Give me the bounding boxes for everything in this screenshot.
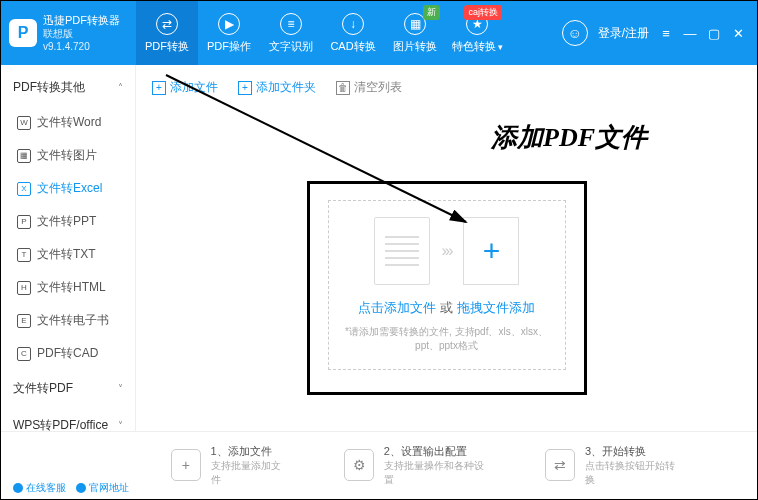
dropzone-highlight: ››› + 点击添加文件 或 拖拽文件添加 *请添加需要转换的文件, 支持pdf… bbox=[307, 181, 587, 395]
nav-ocr[interactable]: ≡ 文字识别 bbox=[260, 1, 322, 65]
support-icon bbox=[13, 483, 23, 493]
ppt-icon: P bbox=[17, 215, 31, 229]
main-panel: +添加文件 +添加文件夹 🗑清空列表 添加PDF文件 ››› + 点击添加文件 … bbox=[136, 65, 757, 431]
sidebar-group-wps[interactable]: WPS转PDF/office ˅ bbox=[1, 407, 135, 431]
nav-pdf-operate[interactable]: ▶ PDF操作 bbox=[198, 1, 260, 65]
support-link[interactable]: 在线客服 bbox=[13, 481, 66, 495]
logo-area: P 迅捷PDF转换器 联想版 v9.1.4.720 bbox=[1, 13, 136, 53]
user-icon: ☺ bbox=[562, 20, 588, 46]
excel-icon: X bbox=[17, 182, 31, 196]
nav-special[interactable]: ★ 特色转换▾ caj转换 bbox=[446, 1, 508, 65]
step-title: 2、设置输出配置 bbox=[384, 444, 485, 459]
sidebar-item-label: PDF转CAD bbox=[37, 345, 98, 362]
chevron-down-icon: ˅ bbox=[118, 420, 123, 431]
nav-label: PDF转换 bbox=[145, 39, 189, 54]
toolbar: +添加文件 +添加文件夹 🗑清空列表 bbox=[152, 75, 741, 106]
add-button[interactable]: + bbox=[463, 217, 519, 285]
step-config-icon: ⚙ bbox=[344, 449, 374, 481]
menu-button[interactable]: ≡ bbox=[659, 26, 673, 41]
dropzone[interactable]: ››› + 点击添加文件 或 拖拽文件添加 *请添加需要转换的文件, 支持pdf… bbox=[328, 200, 566, 370]
nav-label: CAD转换 bbox=[330, 39, 375, 54]
sidebar-item-label: 文件转PPT bbox=[37, 213, 96, 230]
website-link[interactable]: 官网地址 bbox=[76, 481, 129, 495]
maximize-button[interactable]: ▢ bbox=[707, 26, 721, 41]
html-icon: H bbox=[17, 281, 31, 295]
sidebar-item-html[interactable]: H文件转HTML bbox=[1, 271, 135, 304]
sidebar-item-label: 文件转Excel bbox=[37, 180, 102, 197]
trash-icon: 🗑 bbox=[336, 81, 350, 95]
footer: + 1、添加文件支持批量添加文件 ⚙ 2、设置输出配置支持批量操作和各种设置 ⇄… bbox=[1, 431, 757, 499]
step-3: ⇄ 3、开始转换点击转换按钮开始转换 bbox=[545, 444, 677, 487]
nav-label: 特色转换▾ bbox=[452, 39, 503, 54]
app-version: v9.1.4.720 bbox=[43, 40, 120, 53]
sidebar-item-excel[interactable]: X文件转Excel bbox=[1, 172, 135, 205]
sidebar-item-label: 文件转电子书 bbox=[37, 312, 109, 329]
app-title: 迅捷PDF转换器 联想版 v9.1.4.720 bbox=[43, 13, 120, 53]
word-icon: W bbox=[17, 116, 31, 130]
footer-links: 在线客服 官网地址 bbox=[13, 481, 129, 495]
nav-label: 图片转换 bbox=[393, 39, 437, 54]
sidebar-item-label: 文件转Word bbox=[37, 114, 101, 131]
sidebar-item-txt[interactable]: T文件转TXT bbox=[1, 238, 135, 271]
ebook-icon: E bbox=[17, 314, 31, 328]
chevron-up-icon: ˄ bbox=[118, 82, 123, 93]
nav-pdf-convert[interactable]: ⇄ PDF转换 bbox=[136, 1, 198, 65]
convert-icon: ⇄ bbox=[156, 13, 178, 35]
add-folder-icon: + bbox=[238, 81, 252, 95]
sidebar-group-label: WPS转PDF/office bbox=[13, 417, 108, 431]
step-sub: 支持批量添加文件 bbox=[211, 459, 285, 487]
sidebar: PDF转换其他 ˄ W文件转Word ▦文件转图片 X文件转Excel P文件转… bbox=[1, 65, 136, 431]
step-convert-icon: ⇄ bbox=[545, 449, 575, 481]
drag-add-link[interactable]: 拖拽文件添加 bbox=[457, 300, 535, 315]
step-title: 3、开始转换 bbox=[585, 444, 677, 459]
add-file-icon: + bbox=[152, 81, 166, 95]
document-icon bbox=[374, 217, 430, 285]
tool-label: 添加文件 bbox=[170, 79, 218, 96]
sidebar-item-ebook[interactable]: E文件转电子书 bbox=[1, 304, 135, 337]
nav-cad[interactable]: ↓ CAD转换 bbox=[322, 1, 384, 65]
clear-button[interactable]: 🗑清空列表 bbox=[336, 79, 402, 96]
step-add-icon: + bbox=[171, 449, 201, 481]
caj-badge: caj转换 bbox=[464, 5, 502, 20]
dropzone-text: 点击添加文件 或 拖拽文件添加 bbox=[339, 299, 555, 317]
top-nav: ⇄ PDF转换 ▶ PDF操作 ≡ 文字识别 ↓ CAD转换 ▦ 图片转换 新 … bbox=[136, 1, 508, 65]
minimize-button[interactable]: — bbox=[683, 26, 697, 41]
app-logo-icon: P bbox=[9, 19, 37, 47]
sidebar-group-label: 文件转PDF bbox=[13, 380, 73, 397]
tool-label: 清空列表 bbox=[354, 79, 402, 96]
app-sub: 联想版 bbox=[43, 27, 120, 40]
nav-label: PDF操作 bbox=[207, 39, 251, 54]
txt-icon: T bbox=[17, 248, 31, 262]
nav-image[interactable]: ▦ 图片转换 新 bbox=[384, 1, 446, 65]
sidebar-group-to-pdf[interactable]: 文件转PDF ˅ bbox=[1, 370, 135, 407]
arrow-right-icon: ››› bbox=[442, 242, 452, 260]
sidebar-item-ppt[interactable]: P文件转PPT bbox=[1, 205, 135, 238]
login-button[interactable]: 登录/注册 bbox=[598, 25, 649, 42]
image-icon: ▦ bbox=[17, 149, 31, 163]
annotation-text: 添加PDF文件 bbox=[491, 120, 647, 155]
new-badge: 新 bbox=[423, 5, 440, 20]
tool-label: 添加文件夹 bbox=[256, 79, 316, 96]
add-folder-button[interactable]: +添加文件夹 bbox=[238, 79, 316, 96]
app-name: 迅捷PDF转换器 bbox=[43, 13, 120, 27]
app-header: P 迅捷PDF转换器 联想版 v9.1.4.720 ⇄ PDF转换 ▶ PDF操… bbox=[1, 1, 757, 65]
close-button[interactable]: ✕ bbox=[731, 26, 745, 41]
step-1: + 1、添加文件支持批量添加文件 bbox=[171, 444, 284, 487]
sidebar-group-label: PDF转换其他 bbox=[13, 79, 85, 96]
chevron-down-icon: ˅ bbox=[118, 383, 123, 394]
add-file-button[interactable]: +添加文件 bbox=[152, 79, 218, 96]
sidebar-item-word[interactable]: W文件转Word bbox=[1, 106, 135, 139]
sidebar-item-image[interactable]: ▦文件转图片 bbox=[1, 139, 135, 172]
dropzone-hint: *请添加需要转换的文件, 支持pdf、xls、xlsx、ppt、pptx格式 bbox=[339, 325, 555, 353]
operate-icon: ▶ bbox=[218, 13, 240, 35]
sidebar-item-cad[interactable]: CPDF转CAD bbox=[1, 337, 135, 370]
sidebar-item-label: 文件转HTML bbox=[37, 279, 106, 296]
globe-icon bbox=[76, 483, 86, 493]
sidebar-group-pdf-to-other[interactable]: PDF转换其他 ˄ bbox=[1, 69, 135, 106]
step-sub: 支持批量操作和各种设置 bbox=[384, 459, 485, 487]
cad-icon: ↓ bbox=[342, 13, 364, 35]
step-2: ⚙ 2、设置输出配置支持批量操作和各种设置 bbox=[344, 444, 485, 487]
step-title: 1、添加文件 bbox=[211, 444, 285, 459]
click-add-link[interactable]: 点击添加文件 bbox=[358, 300, 436, 315]
nav-label: 文字识别 bbox=[269, 39, 313, 54]
